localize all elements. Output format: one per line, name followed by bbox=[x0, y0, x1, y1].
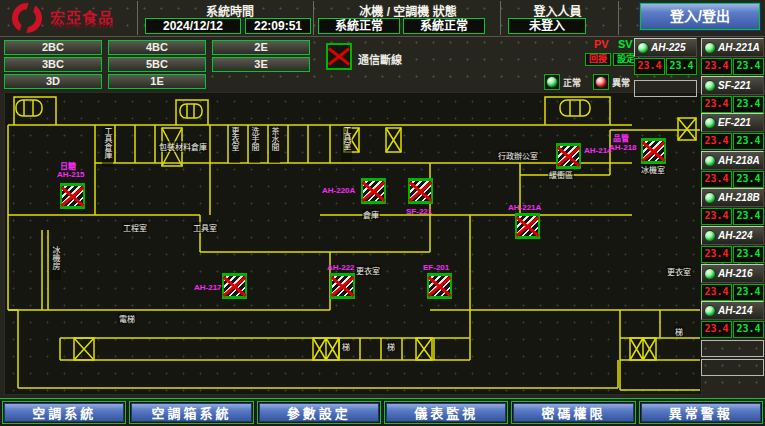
room-label: 工具倉庫 bbox=[102, 127, 113, 167]
pv-column-label: PV bbox=[594, 38, 609, 50]
device-name: AH-225 bbox=[651, 42, 685, 53]
ahu-device-icon[interactable] bbox=[60, 183, 85, 209]
device-row-ah-218b[interactable]: AH-218B bbox=[701, 188, 764, 207]
nav-button-alarm[interactable]: 異常警報 bbox=[641, 403, 761, 422]
device-values: 23.4 23.4 bbox=[701, 171, 764, 188]
sv-value: 23.4 bbox=[733, 58, 764, 75]
floor-button-1e[interactable]: 1E bbox=[108, 74, 206, 89]
ahu-device-icon[interactable] bbox=[556, 143, 581, 169]
room-label: 更衣室 bbox=[229, 127, 240, 163]
device-values: 23.4 23.4 bbox=[701, 246, 764, 263]
pv-value: 23.4 bbox=[701, 246, 732, 263]
header-divider bbox=[313, 1, 314, 35]
normal-led-icon bbox=[546, 76, 558, 88]
device-label: AH-218 bbox=[609, 143, 637, 152]
floor-button-3bc[interactable]: 3BC bbox=[4, 57, 102, 72]
machine-status-label: 冰機 / 空調機 狀態 bbox=[318, 2, 498, 19]
device-status-led bbox=[704, 230, 716, 242]
device-values: 23.4 23.4 bbox=[701, 96, 764, 113]
abnormal-led-icon bbox=[595, 76, 607, 88]
comm-loss-label: 通信斷線 bbox=[358, 51, 402, 67]
sv-value: 23.4 bbox=[733, 208, 764, 225]
device-row-ah-221a[interactable]: AH-221A bbox=[701, 38, 764, 57]
floor-button-4bc[interactable]: 4BC bbox=[108, 40, 206, 55]
pv-value: 23.4 bbox=[701, 58, 732, 75]
floor-button-2bc[interactable]: 2BC bbox=[4, 40, 102, 55]
floor-button-3e[interactable]: 3E bbox=[212, 57, 310, 72]
ahu-device-icon[interactable] bbox=[408, 178, 433, 204]
nav-cell: 空調箱系統 bbox=[129, 401, 253, 424]
pv-value: 23.4 bbox=[701, 321, 732, 338]
device-row-sf-221[interactable]: SF-221 bbox=[701, 76, 764, 95]
ahu-device-icon[interactable] bbox=[361, 178, 386, 204]
ahu-device-icon[interactable] bbox=[222, 273, 247, 299]
nav-button-meter-monitor[interactable]: 儀表監視 bbox=[386, 403, 506, 422]
device-label: AH-222 bbox=[327, 263, 355, 272]
device-row-ef-221[interactable]: EF-221 bbox=[701, 113, 764, 132]
empty-device-slot bbox=[701, 340, 764, 357]
device-values: 23.4 23.4 bbox=[701, 284, 764, 301]
device-row-ah-214[interactable]: AH-214 bbox=[701, 301, 764, 320]
hvac-scada-screen: { "header": { "brand": "宏亞食品", "brand_su… bbox=[0, 0, 765, 426]
nav-button-ahu-system[interactable]: 空調箱系統 bbox=[131, 403, 251, 422]
device-values: 23.4 23.4 bbox=[634, 58, 697, 75]
device-row-ah-218a[interactable]: AH-218A bbox=[701, 151, 764, 170]
pv-value: 23.4 bbox=[701, 171, 732, 188]
device-row-ah-224[interactable]: AH-224 bbox=[701, 226, 764, 245]
pv-value: 23.4 bbox=[701, 133, 732, 150]
device-row-ah-216[interactable]: AH-216 bbox=[701, 264, 764, 283]
device-label: SF-221 bbox=[406, 207, 432, 216]
header-bar: 宏亞食品 HUNYA FOODS 系統時間 2024/12/12 22:09:5… bbox=[0, 0, 765, 37]
room-label: 電梯 bbox=[118, 313, 136, 324]
nav-button-password-auth[interactable]: 密碼權限 bbox=[513, 403, 633, 422]
device-status-led bbox=[704, 42, 716, 54]
ahu-device-icon[interactable] bbox=[641, 138, 666, 164]
room-label: 包裝材料倉庫 bbox=[158, 141, 208, 152]
sv-value: 23.4 bbox=[666, 58, 697, 75]
brand-subtitle: HUNYA FOODS bbox=[52, 22, 114, 29]
empty-device-slot bbox=[701, 359, 764, 376]
sv-value: 23.4 bbox=[733, 96, 764, 113]
device-name: AH-221A bbox=[718, 42, 760, 53]
pv-value: 23.4 bbox=[701, 208, 732, 225]
chiller-status-value: 系統正常 bbox=[318, 18, 400, 34]
ahu-device-icon[interactable] bbox=[515, 213, 540, 239]
device-label: AH-217 bbox=[194, 283, 222, 292]
device-status-led bbox=[637, 42, 649, 54]
room-label: 行政辦公室 bbox=[497, 150, 539, 161]
ahu-device-icon[interactable] bbox=[427, 273, 452, 299]
device-status-led bbox=[704, 117, 716, 129]
abnormal-legend-label: 異常 bbox=[612, 76, 630, 89]
pv-value: 23.4 bbox=[634, 58, 665, 75]
room-label: 冰機室 bbox=[640, 164, 666, 175]
room-label: 工程室 bbox=[122, 222, 148, 233]
device-values: 23.4 23.4 bbox=[701, 133, 764, 150]
room-label: 梯 bbox=[341, 341, 351, 352]
system-date-value: 2024/12/12 bbox=[145, 18, 241, 34]
sv-value: 23.4 bbox=[733, 171, 764, 188]
device-label: AH-220A bbox=[322, 186, 355, 195]
floor-button-5bc[interactable]: 5BC bbox=[108, 57, 206, 72]
device-label: AH-221A bbox=[508, 203, 541, 212]
floor-button-2e[interactable]: 2E bbox=[212, 40, 310, 55]
room-label: 更衣室 bbox=[666, 266, 692, 277]
ahu-device-icon[interactable] bbox=[330, 273, 355, 299]
device-label: 品管 bbox=[613, 132, 629, 143]
room-label: 茶水間 bbox=[269, 127, 280, 163]
nav-button-param-settings[interactable]: 參數設定 bbox=[259, 403, 379, 422]
device-name: EF-221 bbox=[718, 117, 751, 128]
system-time-value: 22:09:51 bbox=[245, 18, 311, 34]
header-divider bbox=[618, 1, 619, 35]
sv-value: 23.4 bbox=[733, 133, 764, 150]
device-status-led bbox=[704, 155, 716, 167]
nav-button-ac-system[interactable]: 空調系統 bbox=[4, 403, 124, 422]
room-label: 梯 bbox=[674, 326, 684, 337]
floor-button-3d[interactable]: 3D bbox=[4, 74, 102, 89]
room-label: 工具室 bbox=[341, 126, 352, 162]
room-label: 更衣室 bbox=[355, 265, 381, 276]
device-row-ah-225[interactable]: AH-225 bbox=[634, 38, 697, 57]
device-label: AH-214 bbox=[584, 146, 612, 155]
login-logout-button[interactable]: 登入/登出 bbox=[640, 3, 760, 30]
room-label: 工具室 bbox=[192, 222, 218, 233]
device-name: AH-224 bbox=[718, 230, 752, 241]
